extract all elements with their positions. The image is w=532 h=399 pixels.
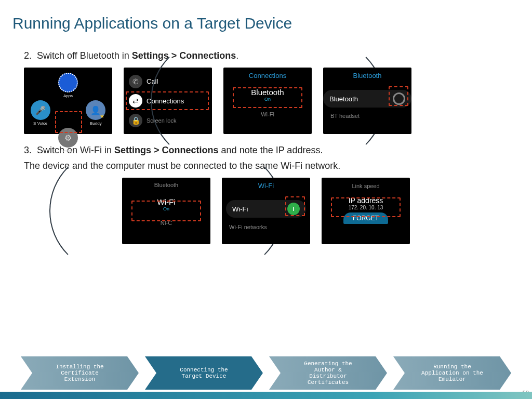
buddy-icon: 👤 [86,100,105,120]
highlight-ip [331,197,401,217]
apps-label: Apps [63,94,73,98]
bluetooth-header: Bluetooth [323,68,411,79]
process-step-3: Generating the Author & Distributor Cert… [269,356,387,390]
footer-bar [0,392,532,399]
highlight-toggle [389,86,408,106]
step2-bold: Settings > Connections [132,50,236,61]
page-title: Running Applications on a Target Device [0,0,532,32]
process-step-1: Installing the Certificate Extension [21,356,139,390]
screenshot-watch-apps: Apps 🎤S Voice 👤Buddy ⚙Settings [24,68,112,134]
svoice-label: S Voice [33,121,47,126]
bt-headset-label: BT headset [323,108,411,124]
p3-label: Generating the Author & Distributor Cert… [304,361,352,385]
p1-label: Installing the Certificate Extension [56,364,103,382]
screenshot-connections: Connections Bluetooth On Wi-Fi [223,68,312,134]
highlight-wifi-toggle [285,196,305,216]
screenshot-settings-list: ✆Call ⇄Connections 🔒Screen lock [124,68,212,134]
bluetooth-row-label: Bluetooth [329,95,358,103]
screenshots-row-1: Apps 🎤S Voice 👤Buddy ⚙Settings ✆Call ⇄Co… [24,68,508,134]
highlight-connections [126,91,209,110]
p2-label: Connecting the Target Device [180,367,228,379]
buddy-label: Buddy [90,121,102,126]
screenshot-wifi-on: Bluetooth Wi-Fi On NFC [122,178,210,244]
highlight-settings [55,111,82,133]
screenshots-row-2: Bluetooth Wi-Fi On NFC Wi-Fi Wi-Fi I Wi-… [24,178,508,244]
step2-post: . [236,50,238,61]
lock-icon: 🔒 [129,114,142,127]
highlight-wifi [131,201,201,221]
step-3-line2: The device and the computer must be conn… [24,159,508,172]
screenshot-wifi-toggle: Wi-Fi Wi-Fi I Wi-Fi networks [222,178,310,244]
wifi-networks-label: Wi-Fi networks [222,218,310,236]
connections-header: Connections [223,68,312,79]
step3-post: and note the IP address. [219,145,323,155]
call-label: Call [147,77,158,85]
p4-label: Running the Application on the Emulator [421,364,483,382]
screenshot-ip-address: Link speed IP address 172. 20. 10. 13 FO… [322,178,410,244]
process-strip: Installing the Certificate Extension Con… [0,356,532,390]
apps-icon [58,73,78,92]
wifi-header: Wi-Fi [222,178,310,190]
screenshot-bluetooth: Bluetooth Bluetooth BT headset [323,68,411,134]
step-2: 2. Switch off Bluetooth in Settings > Co… [24,49,508,62]
step2-num: 2. [24,50,32,61]
step2-pre: Switch off Bluetooth in [37,50,132,61]
settings-label: Settings [61,149,76,153]
phone-icon: ✆ [129,75,142,88]
screenlock-label: Screen lock [147,117,176,124]
wifi-label: Wi-Fi [223,111,312,117]
svoice-icon: 🎤 [31,100,50,120]
highlight-bluetooth [233,87,302,108]
content-area: 2. Switch off Bluetooth in Settings > Co… [0,32,532,244]
process-step-2: Connecting the Target Device [145,356,263,390]
step3-bold: Settings > Connections [114,145,219,155]
bluetooth-muted: Bluetooth [122,178,210,188]
linkspeed-label: Link speed [322,178,410,189]
process-step-4: Running the Application on the Emulator [393,356,511,390]
wifi-row-label: Wi-Fi [232,205,248,213]
